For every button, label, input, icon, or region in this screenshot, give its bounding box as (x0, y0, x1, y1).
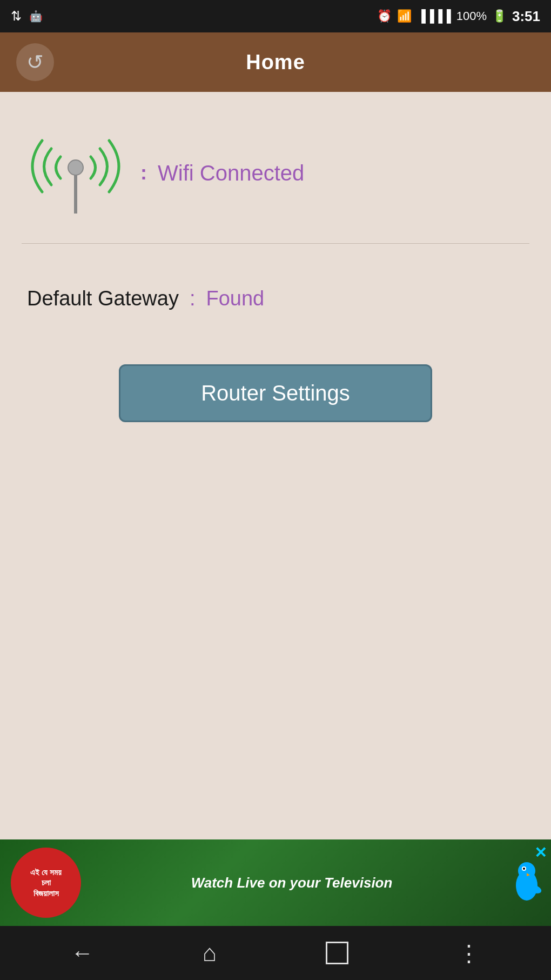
wifi-antenna-icon (22, 119, 130, 227)
router-settings-button[interactable]: Router Settings (119, 364, 432, 422)
nav-menu-icon: ⋮ (458, 940, 480, 966)
wifi-icon: 📶 (397, 9, 412, 23)
ad-banner: এই যে সময় চলা বিজয়ালাস Watch Live on y… (0, 839, 551, 926)
svg-point-1 (68, 160, 83, 175)
status-bar: ⇅ 🤖 ⏰ 📶 ▐▐▐▐ 100% 🔋 3:51 (0, 0, 551, 32)
wifi-colon: : (140, 162, 147, 184)
back-button[interactable]: ↺ (16, 43, 54, 81)
svg-point-6 (523, 868, 525, 870)
time-label: 3:51 (512, 8, 540, 25)
gateway-label: Default Gateway (27, 287, 179, 310)
battery-label: 100% (456, 9, 487, 23)
nav-menu-button[interactable]: ⋮ (458, 940, 480, 966)
back-icon: ↺ (26, 50, 44, 74)
ad-close-button[interactable]: ✕ (534, 844, 547, 862)
nav-home-icon: ⌂ (203, 939, 217, 966)
app-header: ↺ Home (0, 32, 551, 92)
nav-back-button[interactable]: ← (71, 940, 93, 966)
nav-home-button[interactable]: ⌂ (203, 939, 217, 966)
wifi-status-text: : Wifi Connected (140, 161, 304, 185)
ad-logo: এই যে সময় চলা বিজয়ালাস (11, 848, 81, 918)
wifi-status-value: Wifi Connected (158, 161, 304, 185)
ad-mascot-icon (502, 856, 551, 910)
gateway-value: Found (206, 287, 264, 310)
status-bar-right: ⏰ 📶 ▐▐▐▐ 100% 🔋 3:51 (377, 8, 540, 25)
ad-logo-text: এই যে সময় চলা বিজয়ালাস (30, 867, 62, 899)
android-icon: 🤖 (29, 10, 43, 23)
gateway-colon: : (190, 287, 196, 310)
gateway-row: Default Gateway : Found (27, 287, 529, 310)
wifi-status-row: : Wifi Connected (22, 108, 529, 244)
nav-recents-button[interactable] (326, 942, 348, 964)
svg-point-3 (518, 862, 535, 879)
usb-icon: ⇅ (11, 9, 22, 24)
nav-bar: ← ⌂ ⋮ (0, 926, 551, 980)
main-content: : Wifi Connected Default Gateway : Found… (0, 92, 551, 438)
main-scroll-area: : Wifi Connected Default Gateway : Found… (0, 92, 551, 839)
signal-icon: ▐▐▐▐ (417, 9, 451, 23)
ad-text: Watch Live on your Television (81, 875, 502, 891)
status-bar-left: ⇅ 🤖 (11, 9, 43, 24)
router-button-wrapper: Router Settings (22, 364, 529, 422)
battery-icon: 🔋 (492, 9, 507, 23)
page-title: Home (54, 51, 497, 74)
clock-icon: ⏰ (377, 9, 392, 23)
nav-back-icon: ← (71, 940, 93, 966)
nav-recents-icon (326, 942, 348, 964)
